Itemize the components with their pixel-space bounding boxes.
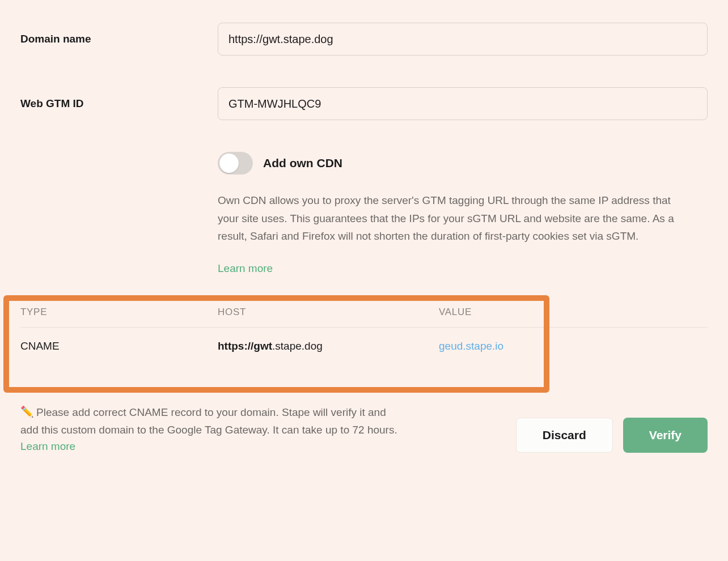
cname-instruction-text: ✏️Please add correct CNAME record to you… xyxy=(20,403,406,439)
table-header-type: TYPE xyxy=(20,307,218,328)
verify-button[interactable]: Verify xyxy=(623,418,708,453)
dns-records-table: TYPE HOST VALUE CNAME https://gwt.stape.… xyxy=(20,307,708,352)
own-cdn-toggle-label: Add own CDN xyxy=(263,156,342,170)
cname-instruction-body: Please add correct CNAME record to your … xyxy=(20,406,397,436)
discard-button[interactable]: Discard xyxy=(516,418,613,453)
web-gtm-id-label: Web GTM ID xyxy=(20,97,218,110)
pencil-icon: ✏️ xyxy=(20,403,34,421)
learn-more-link-footer[interactable]: Learn more xyxy=(20,440,75,453)
record-value-link[interactable]: geud.stape.io xyxy=(439,340,503,352)
domain-name-label: Domain name xyxy=(20,33,218,45)
own-cdn-toggle[interactable] xyxy=(218,152,253,175)
table-row: CNAME https://gwt.stape.dog geud.stape.i… xyxy=(20,327,708,352)
host-bold-part: https://gwt xyxy=(218,340,272,352)
toggle-knob xyxy=(219,154,239,173)
record-host-cell: https://gwt.stape.dog xyxy=(218,327,439,352)
record-type-cell: CNAME xyxy=(20,327,218,352)
learn-more-link-cdn[interactable]: Learn more xyxy=(218,262,273,275)
table-header-value: VALUE xyxy=(439,307,708,328)
host-rest-part: .stape.dog xyxy=(272,340,323,352)
own-cdn-description: Own CDN allows you to proxy the server's… xyxy=(218,192,683,245)
table-header-host: HOST xyxy=(218,307,439,328)
web-gtm-id-input[interactable] xyxy=(218,87,708,120)
domain-name-input[interactable] xyxy=(218,23,708,56)
